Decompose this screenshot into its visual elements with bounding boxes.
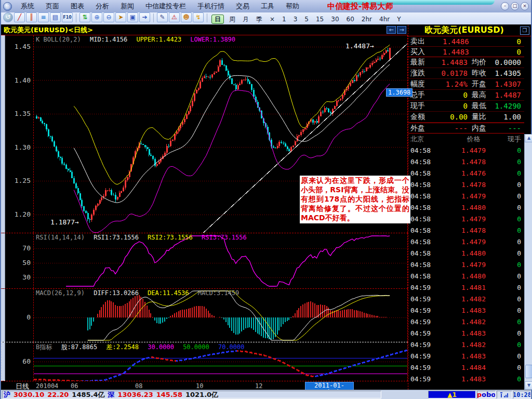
tick-row: 04:591.44820	[408, 339, 524, 350]
period-月[interactable]: 月	[239, 15, 252, 23]
panel-restore-icon[interactable]: ❒	[520, 26, 529, 35]
quote-list-icon[interactable]: ≡	[38, 12, 49, 22]
quote-row-买入: 买入1.44830	[408, 47, 524, 57]
period-×[interactable]: ×	[266, 15, 278, 23]
left-frame-strip	[1, 342, 5, 381]
macd-plot[interactable]: MACD(26,12,9) DIFF:13.0266 DEA:11.4536 M…	[33, 289, 408, 342]
b-plot[interactable]: B指标 股:87.8865 差:2.2548 30.0000 50.0000 7…	[33, 342, 408, 381]
period-日[interactable]: 日	[211, 15, 224, 24]
menu-工具[interactable]: 工具	[255, 2, 280, 11]
tick-scrollbar[interactable]: ▲ ▼	[524, 134, 532, 390]
pobo-logo: pobo	[477, 391, 496, 398]
period-60[interactable]: 60	[343, 15, 358, 23]
sh-label: 沪	[4, 391, 10, 398]
scroll-down-icon[interactable]: ▼	[525, 381, 532, 390]
refresh-icon[interactable]: ⇅	[79, 12, 90, 22]
tick-list: 北京 价格 现手 04:581.4479004:581.4478004:581.…	[408, 134, 524, 390]
minimize-button[interactable]: –	[501, 2, 509, 10]
page-next-button[interactable]: →	[397, 26, 406, 34]
rsi-label: 50	[22, 259, 31, 267]
index-quotes: 沪 3030.10 22.20 1485.4亿 深 13036.23 145.5…	[2, 391, 381, 398]
title-bar: ◎ 系统页面图表分析新闻中信建投专栏手机行情交易工具帮助 中信建投-博易大师 –…	[1, 0, 531, 12]
period-1[interactable]: 1	[278, 15, 290, 23]
tick-row: 04:581.44800	[408, 247, 524, 259]
period-30[interactable]: 30	[327, 15, 342, 23]
period-2hr[interactable]: 2hr	[358, 15, 376, 23]
price-axis: 1.451.401.351.301.251.20	[5, 35, 33, 233]
tick-row: 04:591.44840	[408, 362, 524, 373]
flash-icon[interactable]: ↯	[193, 12, 204, 22]
time-tick: 201004	[36, 382, 58, 390]
alert-badge[interactable]: ▲1	[428, 391, 476, 398]
tick-row: 04:591.44820	[408, 293, 524, 304]
toolbar-separator	[153, 14, 154, 22]
signal-strength-icon	[497, 391, 512, 398]
zoom-out-icon[interactable]: ⊖	[103, 12, 114, 22]
scroll-up-icon[interactable]: ▲	[525, 134, 532, 142]
candlestick-icon[interactable]: ║	[26, 12, 37, 22]
window-switch-icon[interactable]: ▣	[127, 12, 138, 22]
left-frame-strip	[1, 289, 5, 342]
b-level70: 70.0000	[218, 343, 245, 351]
draw-icon[interactable]: ✎	[157, 12, 168, 22]
tick-area: 北京 价格 现手 04:581.4479004:581.4478004:581.…	[408, 134, 532, 390]
users-icon[interactable]: ☻	[181, 12, 192, 22]
line-chart-icon[interactable]: ╱	[14, 12, 25, 22]
rsi-label: 30	[22, 273, 31, 281]
goto-icon[interactable]: ➔	[139, 12, 150, 22]
scroll-thumb[interactable]	[525, 365, 532, 378]
period-季[interactable]: 季	[252, 15, 266, 23]
menu-系统[interactable]: 系统	[15, 2, 40, 11]
period-周[interactable]: 周	[225, 15, 239, 23]
menu-帮助[interactable]: 帮助	[280, 2, 305, 11]
b-gu-value: 股:87.8865	[61, 343, 97, 351]
menu-图表[interactable]: 图表	[65, 2, 90, 11]
price-label: 1.20	[15, 210, 31, 218]
time-axis: 日线 20100406081012 2011-01-18(二)	[1, 381, 408, 390]
back-icon[interactable]: ↺	[3, 12, 13, 22]
close-button[interactable]: ×	[521, 2, 529, 10]
period-buttons: 日周月季×1351530602hr4hrY	[210, 14, 405, 24]
menu-分析[interactable]: 分析	[90, 2, 115, 11]
high-price-label: 1.4487→	[345, 42, 374, 50]
boll-indicator-line: K BOLL(20,2) MID:1.4156 UPPER:1.4423 LOW…	[36, 36, 241, 43]
restore-button[interactable]: □	[511, 2, 519, 10]
period-Y[interactable]: Y	[393, 15, 404, 23]
period-15[interactable]: 15	[312, 15, 327, 23]
app-window: ◎ 系统页面图表分析新闻中信建投专栏手机行情交易工具帮助 中信建投-博易大师 –…	[0, 0, 532, 399]
tick-row: 04:591.44810	[408, 282, 524, 293]
f10-icon[interactable]: F10	[62, 12, 73, 22]
tick-row: 04:591.44820	[408, 316, 524, 327]
report-icon[interactable]: ▤	[50, 12, 61, 22]
menu-交易[interactable]: 交易	[230, 2, 255, 11]
app-icon[interactable]: ◎	[3, 2, 12, 11]
time-tick: 08	[135, 382, 142, 390]
rsi2-value: RSI2:73.1556	[148, 234, 193, 241]
zoom-in-icon[interactable]: ⊕	[91, 12, 102, 22]
tick-row: 04:581.44790	[408, 190, 524, 202]
menu-中信建投专栏[interactable]: 中信建投专栏	[140, 2, 192, 11]
tick-list-header: 北京 价格 现手	[408, 134, 524, 144]
period-5[interactable]: 5	[301, 15, 312, 23]
rsi-plot[interactable]: RSI(14,14,14) RSI1:73.1556 RSI2:73.1556 …	[33, 233, 408, 288]
rsi1-value: RSI1:73.1556	[94, 234, 139, 241]
menu-页面[interactable]: 页面	[40, 2, 65, 11]
quote-grid-row: 涨跌0.0178昨收1.4305	[408, 68, 524, 79]
period-3[interactable]: 3	[290, 15, 301, 23]
b-axis: 60	[5, 342, 33, 381]
page-prev-button[interactable]: ←	[387, 26, 396, 34]
boll-lower-value: LOWER:1.3890	[190, 36, 235, 43]
menu-新闻[interactable]: 新闻	[115, 2, 140, 11]
tick-row: 04:581.44780	[408, 156, 524, 167]
tick-row: 04:581.44800	[408, 202, 524, 213]
tick-row: 04:581.44780	[408, 224, 524, 236]
period-4hr[interactable]: 4hr	[376, 15, 393, 23]
low-price-label: 1.1877→	[50, 218, 79, 226]
chart-titlebar: 欧元美元(EURUSD)<日线> ← →	[1, 25, 408, 35]
alarm-icon[interactable]: ⚠	[169, 12, 180, 22]
drag-hand-icon[interactable]: ➤	[115, 12, 126, 22]
b-indicator-line: B指标 股:87.8865 差:2.2548 30.0000 50.0000 7…	[36, 343, 250, 352]
macd-axis: 0	[5, 289, 33, 342]
menu-手机行情[interactable]: 手机行情	[192, 2, 230, 11]
tick-row: 04:581.44790	[408, 259, 524, 270]
